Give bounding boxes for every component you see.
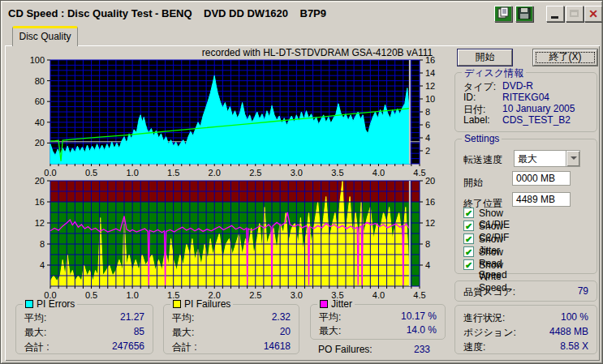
svg-text:2.5: 2.5 — [249, 290, 261, 298]
stat-row: 最大:85 — [24, 326, 144, 340]
end-pos-field[interactable]: 4489 MB — [512, 192, 571, 207]
svg-text:4: 4 — [425, 260, 430, 270]
svg-text:12: 12 — [35, 218, 45, 228]
checkbox-checked-icon: ✔ — [463, 208, 474, 218]
stat-value: 21.27 — [120, 311, 144, 323]
stat-row: 合計 :247656 — [24, 340, 144, 354]
progress-label: 進行状況: — [463, 312, 505, 323]
settings-title: Settings — [462, 133, 502, 144]
stat-label: 最大: — [24, 327, 46, 338]
svg-text:6: 6 — [425, 120, 430, 130]
combo-dropdown-button[interactable] — [566, 151, 579, 166]
svg-text:14: 14 — [425, 68, 435, 78]
svg-text:1.5: 1.5 — [167, 290, 179, 298]
quality-score-row: 品質スコア:79 — [463, 285, 588, 299]
disc-info-value: CDS_TEST_B2 — [502, 114, 571, 126]
pi-errors-group: PI Errors 平均:21.27 最大:85 合計 :247656 — [15, 304, 153, 354]
stat-label: 最大: — [172, 327, 194, 338]
pi-errors-legend: PI Errors — [23, 298, 77, 310]
stat-value: 10.17 % — [401, 310, 437, 322]
svg-text:3.5: 3.5 — [331, 290, 343, 298]
jitter-title: Jitter — [331, 298, 352, 310]
window-title: CD Speed : Disc Quality Test - BENQ DVD … — [8, 7, 326, 19]
stat-label: 平均: — [172, 312, 194, 323]
svg-text:0.0: 0.0 — [44, 290, 56, 298]
start-pos-field[interactable]: 0000 MB — [512, 171, 571, 186]
stat-label: 平均: — [24, 312, 46, 323]
svg-text:8: 8 — [425, 239, 430, 249]
svg-text:20: 20 — [35, 176, 45, 186]
svg-text:12: 12 — [425, 218, 435, 228]
pi-failures-title: PI Failures — [184, 298, 230, 310]
svg-text:16: 16 — [425, 55, 435, 65]
disc-info-group: ディスク情報 タイプ:DVD-R ID:RITEKG04 日付:10 Janua… — [454, 72, 597, 132]
stat-value: 85 — [134, 326, 144, 337]
chevron-down-icon — [571, 156, 577, 163]
svg-text:8: 8 — [40, 239, 45, 249]
titlebar: CD Speed : Disc Quality Test - BENQ DVD … — [3, 3, 600, 23]
report-icon[interactable] — [494, 6, 512, 22]
jitter-group: Jitter 平均:10.17 % 最大:14.0 % — [310, 304, 446, 340]
progress-label: ポジション: — [463, 327, 516, 338]
svg-text:4.5: 4.5 — [413, 290, 425, 298]
start-button-label: 開始 — [476, 51, 495, 62]
pi-errors-chart: 100806040201614121086420.00.51.01.52.02.… — [17, 47, 449, 177]
pi-failures-jitter-chart: 20161284201612840.00.51.01.52.02.53.03.5… — [17, 175, 449, 298]
speed-select-value: 最大 — [518, 152, 537, 166]
save-icon[interactable] — [515, 6, 533, 22]
disc-info-label: Label: — [463, 114, 490, 126]
svg-text:10: 10 — [425, 94, 435, 104]
svg-text:16: 16 — [425, 197, 435, 207]
exit-button[interactable]: 終了(X) — [533, 49, 597, 66]
start-button[interactable]: 開始 — [458, 49, 512, 66]
stat-value: 2.32 — [272, 311, 291, 323]
disc-info-value: 10 January 2005 — [502, 103, 575, 114]
pi-failures-group: PI Failures 平均:2.32 最大:20 合計 :14618 — [163, 304, 299, 354]
quality-score-label: 品質スコア: — [463, 286, 515, 298]
svg-text:100: 100 — [30, 55, 45, 65]
progress-value: 8.58 X — [560, 340, 588, 352]
svg-text:20: 20 — [425, 176, 435, 186]
maximize-button[interactable] — [566, 6, 584, 22]
minimize-button[interactable] — [546, 6, 564, 22]
stat-label: 平均: — [319, 311, 341, 323]
stat-label: 合計 : — [172, 341, 197, 353]
disc-info-value: RITEKG04 — [502, 92, 549, 103]
disc-info-title: ディスク情報 — [462, 66, 526, 80]
tab-disc-quality[interactable]: Disc Quality — [12, 26, 78, 46]
stat-label: 合計 : — [24, 341, 50, 353]
po-failures-row: PO Failures: 233 — [318, 344, 438, 355]
stat-value: 247656 — [112, 340, 144, 352]
stat-value: 20 — [280, 326, 291, 337]
quality-score-group: 品質スコア:79 — [454, 280, 597, 302]
minimize-icon — [551, 16, 558, 19]
progress-row: ポジション:4488 MB — [463, 326, 588, 340]
jitter-legend: Jitter — [317, 298, 355, 310]
checkbox-checked-icon: ✔ — [463, 259, 474, 270]
stat-row: 平均:21.27 — [24, 311, 144, 325]
stat-row: 平均:10.17 % — [319, 310, 437, 324]
stat-value: 14618 — [264, 340, 291, 352]
pi-errors-title: PI Errors — [37, 298, 75, 310]
svg-text:2: 2 — [425, 146, 430, 156]
disc-info-label: タイプ: — [463, 81, 496, 92]
svg-text:16: 16 — [35, 197, 45, 207]
settings-group: Settings 転送速度 最大 開始 0000 MB 終了位置 4489 MB… — [454, 139, 597, 274]
svg-text:2.0: 2.0 — [209, 290, 221, 298]
speed-select[interactable]: 最大 — [514, 150, 580, 167]
stat-row: 最大:14.0 % — [319, 324, 437, 338]
pi-failures-legend: PI Failures — [170, 298, 233, 310]
app-window: CD Speed : Disc Quality Test - BENQ DVD … — [0, 0, 603, 364]
quality-score-value: 79 — [578, 285, 588, 297]
disc-info-label: ID: — [463, 92, 476, 103]
close-button[interactable]: ✕ — [584, 6, 602, 22]
po-failures-value: 233 — [414, 344, 430, 355]
report-icon-glyph — [495, 6, 511, 21]
checkbox-checked-icon: ✔ — [463, 221, 474, 231]
disc-info-label: 日付: — [463, 104, 485, 115]
svg-text:40: 40 — [35, 118, 45, 127]
svg-text:4: 4 — [40, 260, 45, 270]
svg-text:3.0: 3.0 — [291, 290, 303, 298]
svg-text:60: 60 — [35, 96, 45, 106]
svg-text:1.0: 1.0 — [126, 290, 138, 298]
